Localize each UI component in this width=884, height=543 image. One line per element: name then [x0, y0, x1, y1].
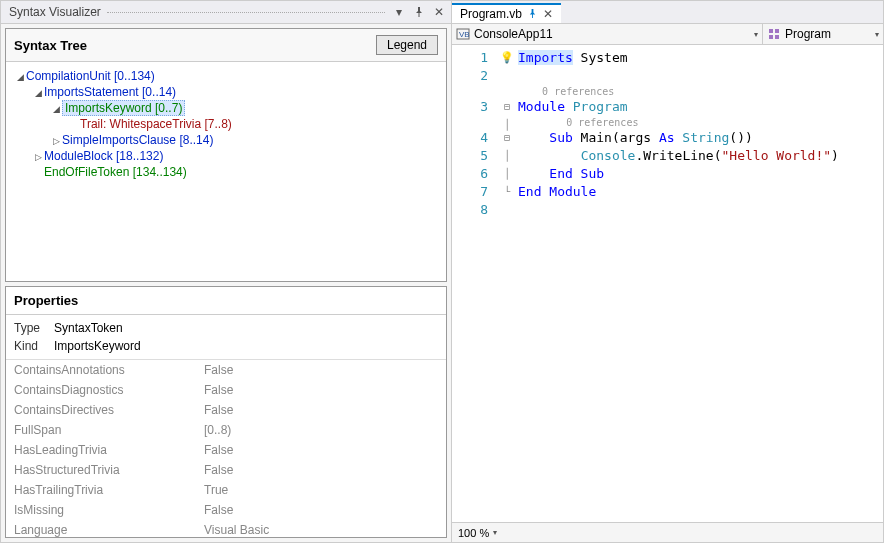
- property-row: ContainsDiagnosticsFalse: [6, 380, 446, 400]
- property-row: FullSpan[0..8): [6, 420, 446, 440]
- line-number: 5: [452, 147, 488, 165]
- property-row: HasTrailingTriviaTrue: [6, 480, 446, 500]
- codelens-references[interactable]: 0 references: [566, 117, 638, 128]
- tree-toggle[interactable]: ◢: [32, 88, 44, 98]
- code-token: Console: [581, 148, 636, 163]
- chevron-down-icon[interactable]: ▾: [754, 30, 758, 39]
- vb-project-icon: VB: [456, 27, 470, 41]
- line-number: 3: [452, 98, 488, 116]
- nav-project-label: ConsoleApp11: [474, 27, 553, 41]
- line-number: 1: [452, 49, 488, 67]
- property-row: ContainsAnnotationsFalse: [6, 360, 446, 380]
- nav-scope-dropdown[interactable]: Program ▾: [763, 24, 883, 44]
- tree-node-end-of-file[interactable]: EndOfFileToken [134..134): [44, 165, 187, 179]
- line-number: 7: [452, 183, 488, 201]
- property-row: IsMissingFalse: [6, 500, 446, 520]
- legend-button[interactable]: Legend: [376, 35, 438, 55]
- editor-tab-bar: Program.vb ✕: [452, 1, 883, 23]
- code-token: Sub: [549, 130, 572, 145]
- code-token: Main(args: [573, 130, 659, 145]
- svg-rect-2: [769, 29, 773, 33]
- properties-title: Properties: [6, 287, 446, 315]
- prop-kind-label: Kind: [14, 339, 54, 353]
- svg-rect-4: [769, 35, 773, 39]
- tree-node-simple-imports-clause[interactable]: SimpleImportsClause [8..14): [62, 133, 213, 147]
- pin-icon[interactable]: [528, 9, 537, 20]
- code-token: Imports: [518, 50, 573, 65]
- property-row: HasLeadingTriviaFalse: [6, 440, 446, 460]
- syntax-tree-header: Syntax Tree Legend: [6, 29, 446, 62]
- line-number-gutter: 1 2 3 4 5 6 7 8: [452, 45, 496, 522]
- property-row: ContainsDirectivesFalse: [6, 400, 446, 420]
- tree-toggle[interactable]: ◢: [14, 72, 26, 82]
- file-tab[interactable]: Program.vb ✕: [452, 3, 561, 23]
- module-icon: [767, 27, 781, 41]
- code-editor-panel: Program.vb ✕ VB ConsoleApp11 ▾ Program ▾…: [452, 0, 884, 543]
- syntax-visualizer-panel: Syntax Visualizer ▾ ✕ Syntax Tree Legend…: [0, 0, 452, 543]
- tree-node-imports-statement[interactable]: ImportsStatement [0..14): [44, 85, 176, 99]
- line-number: 8: [452, 201, 488, 219]
- tree-toggle[interactable]: ▷: [50, 136, 62, 146]
- fold-toggle[interactable]: ⊟: [504, 132, 510, 143]
- svg-rect-3: [775, 29, 779, 33]
- code-token: Module: [518, 99, 565, 114]
- code-token: System: [573, 50, 628, 65]
- chevron-down-icon[interactable]: ▾: [493, 528, 497, 537]
- prop-kind-value: ImportsKeyword: [54, 339, 141, 353]
- svg-rect-5: [775, 35, 779, 39]
- code-token: End: [549, 166, 572, 181]
- svg-text:VB: VB: [459, 30, 470, 39]
- prop-type-value: SyntaxToken: [54, 321, 123, 335]
- line-number: 4: [452, 129, 488, 147]
- code-token: String: [675, 130, 730, 145]
- panel-title: Syntax Visualizer: [9, 5, 101, 19]
- code-token: As: [659, 130, 675, 145]
- code-editor[interactable]: 1 2 3 4 5 6 7 8 💡 ⊟ │ ⊟ │ │ └ Imports Sy…: [452, 45, 883, 522]
- window-position-icon[interactable]: ▾: [391, 4, 407, 20]
- tree-node-imports-keyword[interactable]: ImportsKeyword [0..7): [62, 100, 185, 116]
- editor-status-bar: 100 % ▾: [452, 522, 883, 542]
- code-token: "Hello World!": [722, 148, 832, 163]
- code-token: ): [831, 148, 839, 163]
- properties-grid[interactable]: ContainsAnnotationsFalse ContainsDiagnos…: [6, 359, 446, 537]
- lightbulb-icon[interactable]: 💡: [500, 51, 514, 64]
- code-token: ()): [729, 130, 752, 145]
- code-content[interactable]: Imports System 0 references Module Progr…: [518, 45, 883, 522]
- tree-node-trail-trivia[interactable]: Trail: WhitespaceTrivia [7..8): [80, 117, 232, 131]
- properties-summary: TypeSyntaxToken KindImportsKeyword: [6, 315, 446, 359]
- code-token: .WriteLine(: [635, 148, 721, 163]
- tree-node-compilation-unit[interactable]: CompilationUnit [0..134): [26, 69, 155, 83]
- tree-toggle[interactable]: ▷: [32, 152, 44, 162]
- nav-bar: VB ConsoleApp11 ▾ Program ▾: [452, 23, 883, 45]
- panel-titlebar: Syntax Visualizer ▾ ✕: [1, 1, 451, 24]
- close-tab-icon[interactable]: ✕: [543, 7, 553, 21]
- prop-type-label: Type: [14, 321, 54, 335]
- chevron-down-icon[interactable]: ▾: [875, 30, 879, 39]
- code-token: End: [518, 184, 541, 199]
- pin-icon[interactable]: [411, 4, 427, 20]
- titlebar-grip[interactable]: [107, 12, 385, 13]
- fold-toggle[interactable]: ⊟: [504, 101, 510, 112]
- file-tab-label: Program.vb: [460, 7, 522, 21]
- code-token: Program: [565, 99, 628, 114]
- close-icon[interactable]: ✕: [431, 4, 447, 20]
- properties-section: Properties TypeSyntaxToken KindImportsKe…: [5, 286, 447, 538]
- tree-toggle[interactable]: ◢: [50, 104, 62, 114]
- line-number: 2: [452, 67, 488, 85]
- syntax-tree-body[interactable]: ◢CompilationUnit [0..134) ◢ImportsStatem…: [6, 62, 446, 281]
- syntax-tree-section: Syntax Tree Legend ◢CompilationUnit [0..…: [5, 28, 447, 282]
- zoom-level[interactable]: 100 %: [458, 527, 489, 539]
- tree-node-module-block[interactable]: ModuleBlock [18..132): [44, 149, 163, 163]
- line-number: 6: [452, 165, 488, 183]
- property-row: LanguageVisual Basic: [6, 520, 446, 537]
- code-token: Sub: [573, 166, 604, 181]
- nav-project-dropdown[interactable]: VB ConsoleApp11 ▾: [452, 24, 763, 44]
- fold-gutter: 💡 ⊟ │ ⊟ │ │ └: [496, 45, 518, 522]
- codelens-references[interactable]: 0 references: [542, 86, 614, 97]
- nav-scope-label: Program: [785, 27, 831, 41]
- property-row: HasStructuredTriviaFalse: [6, 460, 446, 480]
- code-token: Module: [541, 184, 596, 199]
- syntax-tree-title: Syntax Tree: [14, 38, 87, 53]
